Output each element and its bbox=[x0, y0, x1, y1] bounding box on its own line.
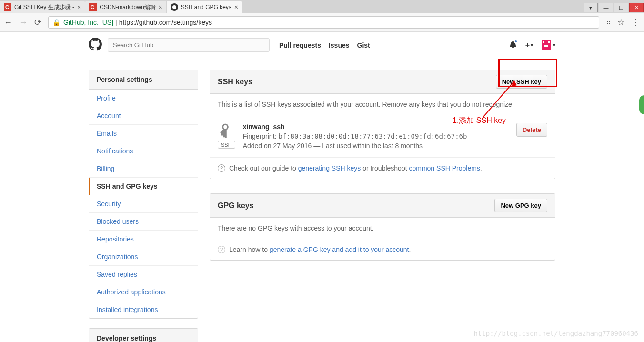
svg-rect-7 bbox=[543, 41, 544, 43]
help-icon: ? bbox=[218, 246, 225, 253]
ssh-panel-title: SSH keys bbox=[218, 78, 252, 86]
browser-tab[interactable]: C CSDN-markdown编辑 × bbox=[85, 1, 166, 13]
generating-ssh-keys-link[interactable]: generating SSH keys bbox=[298, 164, 361, 172]
new-ssh-key-button[interactable]: New SSH key bbox=[496, 75, 547, 89]
ssh-key-name: xinwang_ssh bbox=[243, 123, 509, 131]
sidebar-item-security[interactable]: Security bbox=[89, 195, 198, 213]
sidebar-item-authorized-apps[interactable]: Authorized applications bbox=[89, 283, 198, 301]
window-unknown-button[interactable]: ▾ bbox=[584, 3, 598, 12]
sidebar-item-saved-replies[interactable]: Saved replies bbox=[89, 266, 198, 283]
window-maximize-button[interactable]: ☐ bbox=[614, 3, 628, 12]
github-header: Pull requests Issues Gist +▾ ▾ bbox=[0, 32, 644, 58]
ssh-badge: SSH bbox=[218, 141, 235, 149]
create-new-dropdown[interactable]: +▾ bbox=[525, 41, 533, 50]
ssh-key-fingerprint: Fingerprint: bf:80:3a:08:d0:0d:18:77:63:… bbox=[243, 132, 509, 140]
csdn-favicon-icon: C bbox=[89, 3, 97, 11]
tab-close-icon[interactable]: × bbox=[159, 3, 162, 11]
new-gpg-key-button[interactable]: New GPG key bbox=[494, 199, 547, 212]
browser-tabs-bar: C Git SSH Key 生成步骤 - × C CSDN-markdown编辑… bbox=[0, 0, 644, 13]
url-input[interactable]: 🔒 GitHub, Inc. [US] | https://github.com… bbox=[48, 16, 599, 29]
nav-forward-icon: → bbox=[19, 18, 28, 28]
ssh-keys-panel: SSH keys New SSH key This is a list of S… bbox=[210, 70, 555, 179]
generate-gpg-key-link[interactable]: generate a GPG key and add it to your ac… bbox=[270, 246, 409, 253]
sidebar-header-developer: Developer settings bbox=[89, 329, 198, 342]
translate-icon[interactable]: ⠿ bbox=[606, 19, 611, 26]
nav-back-icon[interactable]: ← bbox=[4, 18, 12, 28]
sidebar-item-ssh-gpg[interactable]: SSH and GPG keys bbox=[89, 178, 198, 195]
browser-tab-active[interactable]: SSH and GPG keys × bbox=[167, 1, 242, 13]
sidebar-item-profile[interactable]: Profile bbox=[89, 90, 198, 107]
ssh-panel-description: This is a list of SSH keys associated wi… bbox=[210, 94, 555, 115]
gpg-panel-footer: ? Learn how to generate a GPG key and ad… bbox=[210, 239, 555, 260]
notifications-icon[interactable] bbox=[509, 40, 517, 50]
svg-text:C: C bbox=[5, 4, 9, 10]
sidebar-item-billing[interactable]: Billing bbox=[89, 160, 198, 178]
bookmark-icon[interactable]: ☆ bbox=[617, 17, 625, 28]
sidebar-item-blocked[interactable]: Blocked users bbox=[89, 213, 198, 231]
ssh-key-row: SSH xinwang_ssh Fingerprint: bf:80:3a:08… bbox=[210, 115, 555, 158]
sidebar-item-repositories[interactable]: Repositories bbox=[89, 231, 198, 248]
tab-close-icon[interactable]: × bbox=[234, 3, 238, 11]
ssh-key-added-date: Added on 27 May 2016 — Last used within … bbox=[243, 142, 509, 150]
nav-pull-requests[interactable]: Pull requests bbox=[279, 41, 321, 49]
csdn-favicon-icon: C bbox=[4, 3, 11, 11]
settings-sidebar: Personal settings Profile Account Emails… bbox=[89, 70, 198, 342]
tab-title: SSH and GPG keys bbox=[181, 4, 231, 10]
delete-ssh-key-button[interactable]: Delete bbox=[516, 123, 547, 137]
main-content: SSH keys New SSH key This is a list of S… bbox=[210, 70, 555, 342]
sidebar-item-emails[interactable]: Emails bbox=[89, 125, 198, 142]
watermark-text: http://blog.csdn.net/tengdazhang77096043… bbox=[473, 330, 638, 337]
svg-text:C: C bbox=[91, 4, 94, 10]
ssh-problems-link[interactable]: common SSH Problems bbox=[409, 164, 480, 172]
user-menu-dropdown[interactable]: ▾ bbox=[542, 40, 555, 50]
browser-tab[interactable]: C Git SSH Key 生成步骤 - × bbox=[0, 1, 85, 13]
window-minimize-button[interactable]: — bbox=[599, 3, 613, 12]
notification-dot-icon bbox=[514, 40, 518, 43]
github-favicon-icon bbox=[171, 3, 178, 11]
lock-icon: 🔒 bbox=[52, 19, 60, 26]
tab-title: Git SSH Key 生成步骤 - bbox=[14, 3, 74, 11]
sidebar-item-organizations[interactable]: Organizations bbox=[89, 248, 198, 266]
nav-reload-icon[interactable]: ⟳ bbox=[34, 17, 41, 28]
url-path: https://github.com/settings/keys bbox=[119, 19, 212, 26]
sidebar-item-notifications[interactable]: Notifications bbox=[89, 142, 198, 160]
address-bar: ← → ⟳ 🔒 GitHub, Inc. [US] | https://gith… bbox=[0, 13, 644, 32]
tab-title: CSDN-markdown编辑 bbox=[100, 3, 155, 11]
avatar-icon bbox=[542, 40, 551, 50]
window-close-button[interactable]: ✕ bbox=[629, 3, 644, 12]
sidebar-item-installed-integrations[interactable]: Installed integrations bbox=[89, 301, 198, 318]
sidebar-header-personal: Personal settings bbox=[89, 70, 198, 90]
svg-rect-9 bbox=[544, 45, 548, 47]
side-widget-icon[interactable] bbox=[639, 95, 644, 114]
help-icon: ? bbox=[218, 164, 225, 172]
search-input[interactable] bbox=[108, 38, 270, 52]
gpg-panel-description: There are no GPG keys with access to you… bbox=[210, 218, 555, 239]
github-logo-icon[interactable] bbox=[89, 38, 102, 52]
sidebar-item-account[interactable]: Account bbox=[89, 107, 198, 125]
menu-icon[interactable]: ⋮ bbox=[632, 17, 640, 28]
tab-close-icon[interactable]: × bbox=[77, 3, 81, 11]
svg-point-5 bbox=[172, 5, 176, 9]
svg-rect-8 bbox=[548, 41, 550, 43]
gpg-keys-panel: GPG keys New GPG key There are no GPG ke… bbox=[210, 193, 555, 261]
url-origin: GitHub, Inc. [US] bbox=[63, 19, 113, 26]
nav-issues[interactable]: Issues bbox=[329, 41, 350, 49]
nav-gist[interactable]: Gist bbox=[357, 41, 370, 49]
key-icon bbox=[219, 123, 234, 138]
ssh-panel-footer: ? Check out our guide to generating SSH … bbox=[210, 158, 555, 179]
gpg-panel-title: GPG keys bbox=[218, 201, 254, 210]
